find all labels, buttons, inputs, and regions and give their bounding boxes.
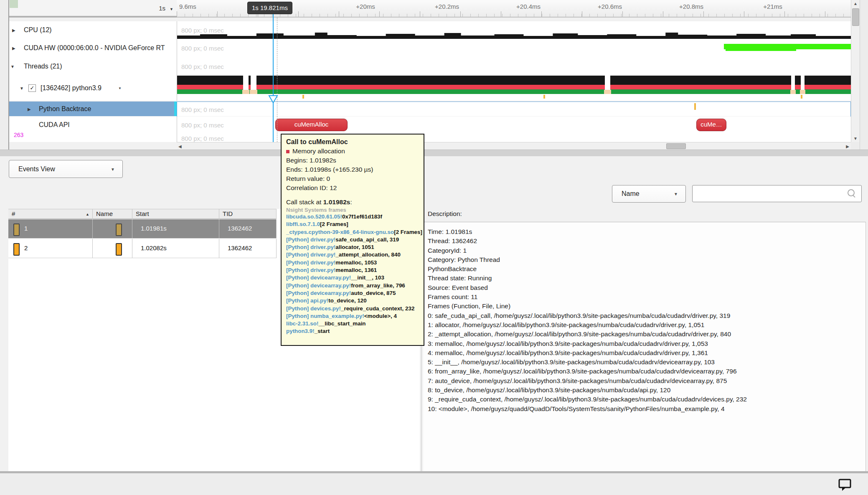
column-header-start[interactable]: Start <box>132 209 219 219</box>
description-text: Time: 1.01981s Thread: 1362462 CategoryI… <box>428 227 747 414</box>
ruler-tick-label: +20.4ms <box>516 3 541 10</box>
cuda-kernel-bar-thin[interactable] <box>726 49 796 51</box>
ruler-tick-label: +20.2ms <box>435 3 459 10</box>
tree-collapse-icon[interactable]: ▼ <box>20 86 24 91</box>
cuda-api-event-cumemalloc-2[interactable]: cuMe… <box>696 119 726 131</box>
cuda-kernel-bar[interactable] <box>724 44 851 49</box>
vertical-scrollbar-thumb[interactable] <box>852 8 859 26</box>
thread-state-bar-red[interactable] <box>177 85 851 89</box>
tree-expand-icon[interactable]: ▶ <box>12 46 15 51</box>
events-view-dropdown[interactable]: Events View ▼ <box>9 160 123 178</box>
filter-field-dropdown[interactable]: Name ▼ <box>612 185 686 203</box>
cursor-marker-icon[interactable] <box>268 95 278 104</box>
timeline-row-python-thread[interactable]: ▼ ✓ [1362462] python3.9 ▼ 800 px; 0 msec <box>8 76 851 101</box>
cell-num: 1 <box>24 225 28 232</box>
thread-wait-marker <box>800 90 805 94</box>
column-header-num[interactable]: # ▲ <box>8 209 93 219</box>
event-type-icon <box>116 243 122 256</box>
chevron-down-icon: ▼ <box>674 192 678 196</box>
cell-tid: 1362462 <box>228 244 252 251</box>
search-box[interactable] <box>692 185 862 202</box>
track-placeholder: 800 px; 0 msec <box>181 106 224 113</box>
scroll-left-icon[interactable]: ◀ <box>178 144 182 149</box>
event-type-icon <box>13 243 20 256</box>
stack-frame: [Python] api.py!to_device, 120 <box>286 297 419 305</box>
tooltip-category: Memory allocation <box>292 147 345 155</box>
tooltip-correlation: Correlation ID: 12 <box>286 183 419 193</box>
ruler-tick-label: +20.6ms <box>598 3 622 10</box>
timeline-cursor-line[interactable] <box>273 12 274 142</box>
chevron-down-icon[interactable]: ▼ <box>118 86 122 90</box>
thread-wait-marker <box>790 90 796 94</box>
row-label-cuda-hw: CUDA HW (0000:06:00.0 - NVIDIA GeForce R… <box>24 44 165 52</box>
cell-tid: 1362462 <box>228 225 252 232</box>
tooltip-title: Call to cuMemAlloc <box>286 137 419 147</box>
thread-wait-marker <box>242 90 249 94</box>
chevron-down-icon: ▼ <box>111 167 115 171</box>
tooltip-ends: Ends: 1.01998s (+165.230 µs) <box>286 165 419 174</box>
right-gutter <box>860 0 868 150</box>
left-gutter <box>0 0 9 150</box>
timeline-row-threads[interactable]: ▼ Threads (21) 800 px; 0 msec <box>8 57 851 76</box>
timeline-hover-guide <box>277 18 277 142</box>
column-header-tid[interactable]: TID <box>219 209 277 219</box>
cuda-api-event-cumemalloc[interactable]: cuMemAlloc <box>275 119 348 131</box>
scroll-down-icon[interactable]: ▼ <box>853 136 858 141</box>
events-view-label: Events View <box>18 165 55 173</box>
tooltip-frames-header: Nsight Systems frames <box>286 207 419 213</box>
nsight-systems-window: 1s▼ 9.6ms +20ms +20.2ms +20.4ms +20.6ms … <box>0 0 868 495</box>
row-label-cpu: CPU (12) <box>24 26 52 34</box>
thread-checkbox[interactable]: ✓ <box>28 84 36 92</box>
ruler-tick-label: +21ms <box>763 3 782 10</box>
search-icon <box>848 189 855 196</box>
event-type-icon <box>13 223 20 236</box>
scrollbar-corner <box>851 142 860 150</box>
feedback-chat-icon[interactable] <box>838 478 852 492</box>
stack-frame: [Python] driver.py!safe_cuda_api_call, 3… <box>286 236 419 244</box>
timeline-row-cuda-hw[interactable]: ▶ CUDA HW (0000:06:00.0 - NVIDIA GeForce… <box>8 39 851 58</box>
timeline-row-cpu[interactable]: ▶ CPU (12) 800 px; 0 msec <box>8 21 851 39</box>
category-color-icon <box>286 150 289 153</box>
stack-frame: [Python] devices.py!_require_cuda_contex… <box>286 305 419 312</box>
stack-frame: [Python] driver.py!memalloc, 1053 <box>286 259 419 267</box>
tree-expand-icon[interactable]: ▶ <box>12 28 15 33</box>
event-marker-icon[interactable] <box>801 95 802 99</box>
timeline-scale-selector[interactable]: 1s▼ <box>159 3 173 13</box>
thread-state-bar-green[interactable] <box>177 89 851 94</box>
event-marker-icon[interactable] <box>302 95 304 99</box>
ruler-tick-label: +20.8ms <box>679 3 703 10</box>
row-count-badge: 263 <box>14 132 23 138</box>
timeline-row-python-backtrace[interactable]: ▶ Python Backtrace 800 px; 0 msec <box>8 102 851 116</box>
timeline-horizontal-scrollbar[interactable]: ◀ ▶ <box>177 142 851 150</box>
description-pane: Time: 1.01981s Thread: 1362462 CategoryI… <box>423 222 866 472</box>
stack-frame: [Python] driver.py!memalloc, 1361 <box>286 267 419 274</box>
scroll-up-icon[interactable]: ▲ <box>853 1 858 6</box>
events-panel: Events View ▼ Name ▼ # ▲ Name Start TID <box>0 156 868 471</box>
column-header-name[interactable]: Name <box>93 209 132 219</box>
chevron-down-icon: ▼ <box>170 7 173 11</box>
stack-frame: [Python] devicearray.py!auto_device, 875 <box>286 289 419 297</box>
horizontal-scrollbar-thumb[interactable] <box>666 143 686 149</box>
row-label-threads: Threads (21) <box>24 63 62 70</box>
stack-frame: libcuda.so.520.61.05!0x7f1ef61d183f <box>286 213 419 221</box>
stack-frame: libffi.so.7.1.0[2 Frames] <box>286 221 419 228</box>
timeline-cursor-timestamp[interactable]: 1s 19.821ms <box>247 2 292 14</box>
track-placeholder: 800 px; 0 msec <box>181 135 224 142</box>
event-marker-icon[interactable] <box>694 103 696 110</box>
cell-start: 1.02082s <box>141 244 167 251</box>
ruler-tick-label: 9.6ms <box>179 3 196 10</box>
search-input[interactable] <box>695 187 847 201</box>
tree-expand-icon[interactable]: ▶ <box>28 107 31 111</box>
event-type-icon <box>116 223 122 236</box>
scroll-right-icon[interactable]: ▶ <box>846 144 849 149</box>
stack-frame: [Python] devicearray.py!__init__, 103 <box>286 274 419 282</box>
stack-frame: [Python] driver.py!_attempt_allocation, … <box>286 251 419 259</box>
timeline-row-cuda-api[interactable]: CUDA API 800 px; 0 msec cuMemAlloc cuMe… <box>8 117 851 133</box>
filter-field-label: Name <box>622 190 640 198</box>
tooltip-begins: Begins: 1.01982s <box>286 156 419 165</box>
event-marker-icon[interactable] <box>543 95 545 99</box>
ruler-left-header: 1s▼ <box>0 0 177 18</box>
thread-state-bar-black[interactable] <box>177 76 851 85</box>
tree-collapse-icon[interactable]: ▼ <box>10 64 15 69</box>
status-bar <box>0 473 868 495</box>
